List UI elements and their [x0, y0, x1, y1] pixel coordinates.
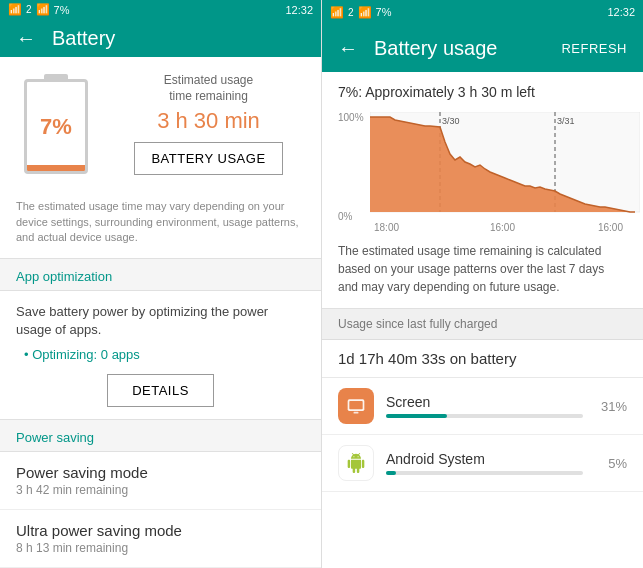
usage-description: The estimated usage time remaining is ca…: [322, 234, 643, 309]
battery-body: 7%: [24, 79, 88, 174]
signal-icon-2: 📶: [36, 3, 50, 16]
right-signal-icon-2: 📶: [358, 6, 372, 19]
right-status-icons: 📶 2 📶 7%: [330, 6, 391, 19]
screen-app-bar-fill: [386, 414, 447, 418]
time-remaining: 3 h 30 min: [157, 108, 260, 134]
list-item[interactable]: Ultra power saving mode 8 h 13 min remai…: [0, 510, 321, 568]
screen-app-name: Screen: [386, 394, 583, 410]
svg-text:3/31: 3/31: [557, 116, 575, 126]
battery-info: Estimated usagetime remaining 3 h 30 min…: [112, 73, 305, 175]
battery-percent-label: 7%: [40, 114, 72, 140]
estimated-label: Estimated usagetime remaining: [164, 73, 253, 104]
svg-rect-8: [354, 412, 359, 414]
chart-svg-wrap: 3/30 3/31: [370, 112, 627, 222]
refresh-button[interactable]: REFRESH: [561, 41, 627, 56]
app-optimization-header: App optimization: [0, 259, 321, 291]
right-toolbar: ← Battery usage REFRESH: [322, 24, 643, 72]
left-panel: 📶 2 📶 7% 12:32 ← Battery 7% Estimated us…: [0, 0, 321, 568]
list-item[interactable]: Android System 5%: [322, 435, 643, 492]
android-app-icon: [338, 445, 374, 481]
power-saving-header: Power saving: [0, 420, 321, 452]
app-optimization-desc: Save battery power by optimizing the pow…: [16, 303, 305, 339]
signal-icon: 📶: [8, 3, 22, 16]
clock-left: 12:32: [285, 4, 313, 16]
sim-icon: 2: [26, 4, 32, 15]
screen-app-icon: [338, 388, 374, 424]
back-button[interactable]: ←: [16, 27, 36, 50]
screen-app-info: Screen: [386, 394, 583, 418]
battery-disclaimer: The estimated usage time may vary depend…: [0, 191, 321, 258]
right-panel: 📶 2 📶 7% 12:32 ← Battery usage REFRESH 7…: [321, 0, 643, 568]
ultra-power-saving-title: Ultra power saving mode: [16, 522, 305, 539]
svg-rect-7: [349, 401, 362, 409]
battery-main-section: 7% Estimated usagetime remaining 3 h 30 …: [0, 57, 321, 191]
status-bar-left-icons: 📶 2 📶 7%: [8, 3, 69, 16]
battery-fill: [27, 165, 85, 171]
right-toolbar-title: Battery usage: [374, 37, 497, 60]
right-sim-icon: 2: [348, 7, 354, 18]
chart-y-top: 100%: [338, 112, 364, 123]
list-item[interactable]: Screen 31%: [322, 378, 643, 435]
chart-y-bottom: 0%: [338, 211, 364, 222]
battery-usage-button[interactable]: BATTERY USAGE: [134, 142, 282, 175]
right-status-bar: 📶 2 📶 7% 12:32: [322, 0, 643, 24]
status-bar-right: 12:32: [285, 4, 313, 16]
right-back-button[interactable]: ←: [338, 37, 358, 60]
chart-x-label-3: 16:00: [490, 222, 515, 233]
battery-status-icon: 7%: [54, 4, 70, 16]
ultra-power-saving-sub: 8 h 13 min remaining: [16, 541, 305, 555]
right-status-right: 12:32: [607, 6, 635, 18]
screen-app-percent: 31%: [595, 399, 627, 414]
android-app-percent: 5%: [595, 456, 627, 471]
left-status-bar: 📶 2 📶 7% 12:32: [0, 0, 321, 19]
chart-x-labels: 18:00 16:00 16:00: [370, 222, 627, 233]
android-app-bar-container: [386, 471, 583, 475]
battery-chart-svg: 3/30 3/31: [370, 112, 640, 222]
android-app-info: Android System: [386, 451, 583, 475]
optimizing-text: • Optimizing: 0 apps: [24, 347, 305, 362]
since-charged-header: Usage since last fully charged: [322, 309, 643, 340]
power-saving-mode-title: Power saving mode: [16, 464, 305, 481]
power-saving-section: Power saving mode 3 h 42 min remaining U…: [0, 452, 321, 568]
right-signal-icon: 📶: [330, 6, 344, 19]
left-toolbar: ← Battery: [0, 19, 321, 57]
svg-text:3/30: 3/30: [442, 116, 460, 126]
power-saving-mode-sub: 3 h 42 min remaining: [16, 483, 305, 497]
battery-usage-content: 7%: Approximately 3 h 30 m left 100% 0% …: [322, 72, 643, 568]
chart-y-labels: 100% 0%: [338, 112, 364, 222]
left-toolbar-title: Battery: [52, 27, 115, 50]
battery-icon-container: 7%: [16, 74, 96, 174]
battery-icon: 7%: [22, 74, 90, 174]
right-clock: 12:32: [607, 6, 635, 18]
chart-x-label-1: 18:00: [374, 222, 399, 233]
app-optimization-content: Save battery power by optimizing the pow…: [0, 291, 321, 420]
right-battery-icon: 7%: [376, 6, 392, 18]
details-button[interactable]: DETAILS: [107, 374, 214, 407]
screen-app-bar-container: [386, 414, 583, 418]
list-item[interactable]: Power saving mode 3 h 42 min remaining: [0, 452, 321, 510]
chart-x-label-5: 16:00: [598, 222, 623, 233]
android-app-name: Android System: [386, 451, 583, 467]
battery-chart: 100% 0% 3/30 3/31: [322, 104, 643, 234]
on-battery-time: 1d 17h 40m 33s on battery: [322, 340, 643, 378]
usage-header: 7%: Approximately 3 h 30 m left: [322, 72, 643, 104]
android-app-bar-fill: [386, 471, 396, 475]
right-toolbar-left: ← Battery usage: [338, 37, 497, 60]
